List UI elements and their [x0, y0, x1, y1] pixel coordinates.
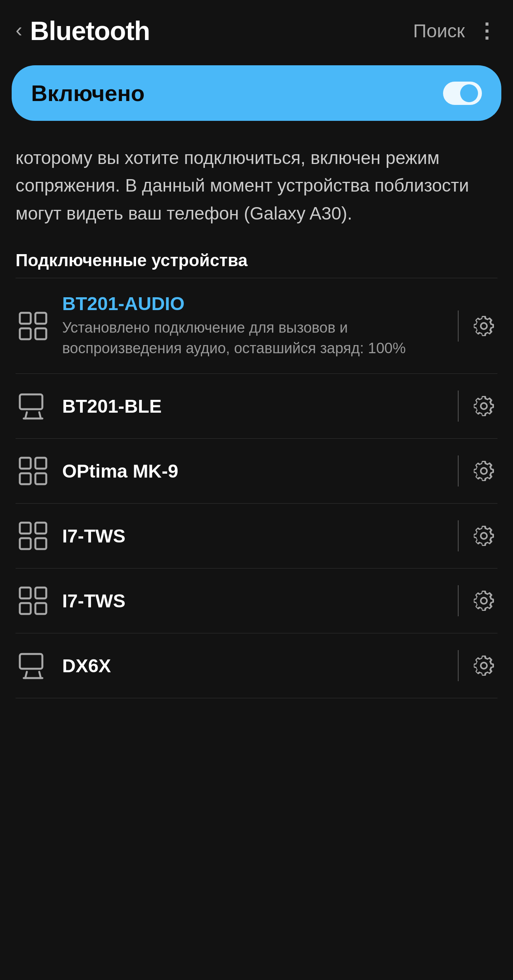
device-icon-i7-tws-2 [16, 583, 51, 618]
device-name-dx6x: DX6X [62, 655, 446, 677]
svg-rect-3 [35, 328, 46, 339]
device-separator-dx6x [458, 650, 459, 681]
header-left: ‹ Bluetooth [16, 16, 150, 46]
svg-rect-12 [20, 523, 31, 534]
svg-rect-1 [35, 313, 46, 324]
device-icon-optima-mk9 [16, 453, 51, 488]
device-settings-button-dx6x[interactable] [470, 652, 497, 679]
menu-button[interactable]: ⋮ [476, 19, 497, 42]
bluetooth-toggle-section[interactable]: Включено [12, 65, 501, 121]
device-info-dx6x: DX6X [62, 655, 446, 677]
connected-section-header: Подключенные устройства [0, 243, 513, 278]
toggle-label: Включено [31, 80, 145, 106]
device-separator-bt201-audio [458, 310, 459, 342]
device-separator-i7-tws-2 [458, 585, 459, 616]
divider-dx6x [16, 698, 497, 698]
search-button[interactable]: Поиск [413, 20, 465, 42]
svg-rect-11 [35, 473, 46, 484]
device-name-optima-mk9: OPtima MK-9 [62, 460, 446, 482]
device-item-i7-tws-2[interactable]: I7-TWS [0, 568, 513, 633]
device-item-dx6x[interactable]: DX6X [0, 633, 513, 698]
toggle-knob [460, 84, 478, 102]
device-icon-bt201-audio [16, 309, 51, 344]
svg-rect-13 [35, 523, 46, 534]
svg-rect-0 [20, 313, 31, 324]
svg-rect-4 [20, 394, 42, 409]
device-icon-dx6x [16, 648, 51, 683]
svg-rect-10 [20, 473, 31, 484]
device-info-bt201-ble: BT201-BLE [62, 396, 446, 417]
svg-rect-18 [20, 603, 31, 614]
device-separator-bt201-ble [458, 391, 459, 422]
svg-rect-20 [20, 654, 42, 669]
device-name-i7-tws-2: I7-TWS [62, 590, 446, 612]
device-name-i7-tws-1: I7-TWS [62, 525, 446, 547]
device-sub-bt201-audio: Установлено подключение для вызовов и во… [62, 317, 446, 359]
svg-rect-19 [35, 603, 46, 614]
device-name-bt201-ble: BT201-BLE [62, 396, 446, 417]
device-name-bt201-audio: BT201-AUDIO [62, 293, 446, 314]
device-info-bt201-audio: BT201-AUDIOУстановлено подключение для в… [62, 293, 446, 359]
toggle-switch[interactable] [443, 82, 482, 105]
device-icon-i7-tws-1 [16, 518, 51, 553]
device-settings-button-bt201-ble[interactable] [470, 392, 497, 420]
svg-rect-9 [35, 458, 46, 469]
device-settings-button-i7-tws-2[interactable] [470, 587, 497, 614]
device-info-i7-tws-2: I7-TWS [62, 590, 446, 612]
svg-rect-15 [35, 538, 46, 549]
device-icon-bt201-ble [16, 389, 51, 424]
device-info-optima-mk9: OPtima MK-9 [62, 460, 446, 482]
device-settings-button-optima-mk9[interactable] [470, 457, 497, 485]
device-item-optima-mk9[interactable]: OPtima MK-9 [0, 439, 513, 503]
device-separator-i7-tws-1 [458, 520, 459, 551]
device-list: BT201-AUDIOУстановлено подключение для в… [0, 278, 513, 698]
header: ‹ Bluetooth Поиск ⋮ [0, 0, 513, 58]
page-title: Bluetooth [30, 16, 150, 46]
svg-rect-2 [20, 328, 31, 339]
back-button[interactable]: ‹ [16, 20, 22, 40]
device-info-i7-tws-1: I7-TWS [62, 525, 446, 547]
svg-rect-8 [20, 458, 31, 469]
device-settings-button-i7-tws-1[interactable] [470, 522, 497, 549]
device-item-bt201-audio[interactable]: BT201-AUDIOУстановлено подключение для в… [0, 278, 513, 373]
device-item-bt201-ble[interactable]: BT201-BLE [0, 374, 513, 438]
device-settings-button-bt201-audio[interactable] [470, 312, 497, 340]
device-item-i7-tws-1[interactable]: I7-TWS [0, 504, 513, 568]
bluetooth-description: которому вы хотите подключиться, включен… [0, 121, 513, 243]
device-separator-optima-mk9 [458, 455, 459, 487]
svg-rect-14 [20, 538, 31, 549]
svg-rect-17 [35, 588, 46, 598]
header-right: Поиск ⋮ [413, 19, 497, 42]
svg-rect-16 [20, 588, 31, 598]
